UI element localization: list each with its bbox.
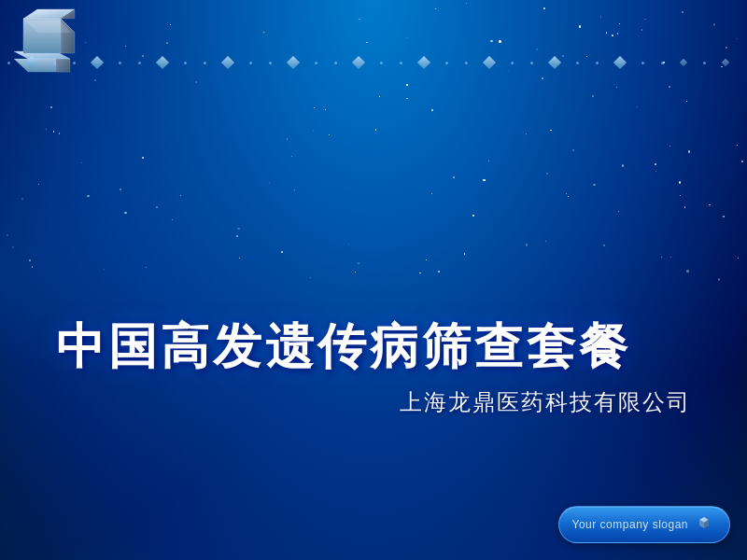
star [572, 149, 574, 151]
dot [119, 62, 121, 64]
star [669, 86, 670, 88]
star [406, 98, 408, 100]
star [104, 269, 105, 270]
slide-container: 中国高发遗传病筛查套餐 上海龙鼎医药科技有限公司 Your company sl… [0, 0, 747, 560]
star [358, 262, 359, 264]
star [682, 11, 684, 13]
dot [511, 62, 514, 64]
star [566, 193, 567, 194]
star [688, 150, 690, 152]
star [669, 146, 670, 147]
diamond [613, 56, 627, 69]
star [619, 23, 620, 24]
star [355, 272, 356, 273]
star [81, 162, 82, 163]
star [237, 228, 239, 230]
diamond [352, 56, 365, 69]
star [329, 134, 330, 135]
star [680, 195, 681, 196]
star [684, 206, 686, 208]
star [7, 234, 8, 236]
dot [249, 62, 252, 64]
main-title: 中国高发遗传病筛查套餐 [56, 317, 691, 375]
star [294, 189, 295, 190]
star [263, 32, 264, 33]
dot [576, 62, 579, 64]
star [543, 7, 544, 8]
star [12, 246, 14, 248]
star [310, 277, 311, 278]
star [53, 131, 54, 132]
dot [661, 62, 664, 64]
star [281, 251, 283, 253]
star [359, 19, 360, 21]
logo-cube-icon [5, 5, 89, 89]
star [644, 19, 646, 21]
dot [138, 62, 141, 64]
star [686, 270, 688, 272]
subtitle: 上海龙鼎医药科技有限公司 [400, 387, 691, 417]
star [438, 271, 440, 273]
star [637, 106, 638, 107]
star [526, 244, 528, 245]
star [737, 145, 738, 146]
star [483, 179, 485, 181]
diamond [483, 56, 496, 69]
star [406, 37, 407, 38]
diamond [156, 56, 169, 69]
star [435, 8, 436, 9]
star [536, 49, 538, 50]
dot [703, 62, 706, 64]
star [269, 183, 270, 184]
dot [641, 62, 644, 64]
dot [596, 62, 599, 64]
star [526, 133, 527, 134]
star [738, 258, 739, 259]
star [94, 79, 96, 81]
dot [400, 62, 402, 64]
svg-marker-5 [61, 19, 75, 53]
star [325, 109, 326, 110]
diamond [680, 59, 687, 66]
star [29, 259, 31, 261]
star [146, 267, 147, 268]
dot [445, 62, 448, 64]
star [723, 216, 725, 217]
dot [184, 62, 187, 64]
star [655, 163, 656, 165]
star [741, 161, 743, 162]
star [124, 212, 126, 214]
star [375, 129, 376, 130]
star [499, 40, 500, 42]
star [426, 259, 427, 260]
star [686, 101, 687, 102]
star [431, 193, 432, 194]
star [622, 164, 624, 166]
star [156, 206, 158, 208]
star [709, 204, 711, 206]
star [125, 46, 126, 47]
star [641, 29, 642, 30]
star [616, 87, 617, 88]
star [508, 71, 509, 72]
star [142, 157, 144, 159]
diamond [548, 56, 561, 69]
star [348, 244, 349, 245]
dot [334, 62, 337, 64]
star [603, 245, 605, 246]
slogan-button[interactable]: Your company slogan [558, 506, 730, 543]
star [600, 16, 602, 18]
star [545, 241, 546, 242]
star [120, 189, 121, 190]
star [21, 198, 23, 200]
diamond [221, 56, 234, 69]
star [593, 184, 595, 186]
star [586, 56, 587, 57]
star [180, 195, 181, 196]
dot [53, 62, 56, 64]
dot [315, 62, 317, 64]
star [59, 133, 60, 133]
diamond [91, 56, 104, 69]
star [617, 33, 618, 34]
star [718, 278, 720, 280]
